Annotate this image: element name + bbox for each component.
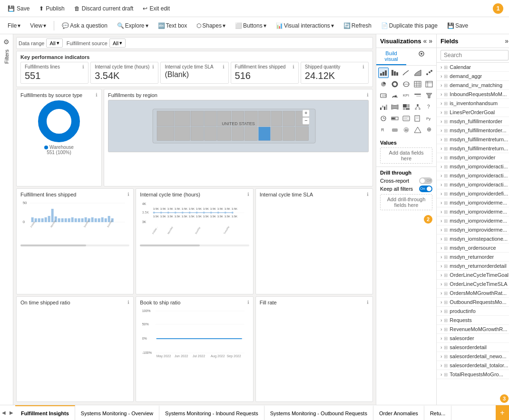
field-item[interactable]: › ⊞ salesorderdetail bbox=[437, 343, 509, 352]
discard-button[interactable]: 🗑 Discard current draft bbox=[70, 3, 137, 14]
field-item[interactable]: › ⊞ salesorder bbox=[437, 334, 509, 343]
viz-icon-custom2[interactable]: AI bbox=[401, 125, 411, 135]
field-item[interactable]: › ⊞ is_inventonhandsum bbox=[437, 99, 509, 108]
publish-button[interactable]: ⬆ Publish bbox=[35, 3, 68, 14]
field-item[interactable]: › ⊞ OrdersMoMGrowthRat... bbox=[437, 289, 509, 298]
info-icon[interactable]: ℹ bbox=[367, 92, 369, 98]
field-item[interactable]: › ⊞ LinesPerOrderGoal bbox=[437, 108, 509, 117]
fields-expand-btn[interactable]: » bbox=[505, 37, 509, 45]
field-item[interactable]: › ⊞ msdyn_iomproviderme... bbox=[437, 216, 509, 225]
viz-icon-map[interactable] bbox=[401, 79, 411, 89]
viz-icon-table[interactable] bbox=[412, 79, 423, 89]
file-menu[interactable]: File ▾ bbox=[4, 20, 24, 31]
viz-icon-paginated[interactable] bbox=[412, 113, 423, 124]
info-icon[interactable]: ℹ bbox=[223, 64, 225, 69]
info-icon[interactable]: ℹ bbox=[152, 64, 154, 69]
info-icon[interactable]: ℹ bbox=[127, 192, 129, 197]
field-item[interactable]: › ⊞ msdyn_iomprovideracti... bbox=[437, 171, 509, 180]
viz-icon-smart-narrative[interactable] bbox=[401, 113, 411, 124]
tab-prev-button[interactable]: ◀ bbox=[0, 405, 8, 420]
field-item[interactable]: › ⊞ OrderLineCycleTimeSLA bbox=[437, 280, 509, 289]
field-item[interactable]: › ⊞ msdyn_returnorder bbox=[437, 253, 509, 262]
info-icon[interactable]: ℹ bbox=[367, 192, 369, 197]
field-item[interactable]: › ⊞ msdyn_iomprovideracti... bbox=[437, 180, 509, 189]
field-item[interactable]: › ⊞ OrderLineCycleTimeGoal bbox=[437, 271, 509, 280]
add-drill-fields-box[interactable]: Add drill-through fields here bbox=[380, 194, 432, 210]
viz-icon-matrix[interactable] bbox=[424, 79, 434, 89]
filters-label[interactable]: Filters bbox=[4, 49, 10, 64]
tab-systems-monitoring-overview[interactable]: Systems Monitoring - Overview bbox=[75, 405, 159, 420]
viz-icon-ribbon[interactable] bbox=[390, 102, 400, 112]
visual-interactions-button[interactable]: 📊 Visual interactions ▾ bbox=[272, 20, 338, 31]
view-menu[interactable]: View ▾ bbox=[26, 20, 50, 31]
viz-expand-left[interactable]: « bbox=[423, 37, 427, 45]
viz-expand-right[interactable]: » bbox=[429, 37, 432, 45]
viz-icon-bar[interactable] bbox=[378, 68, 389, 78]
field-item[interactable]: › ⊞ OutboundRequestsMo... bbox=[437, 298, 509, 307]
add-data-fields-box[interactable]: Add data fields here bbox=[380, 147, 432, 164]
menu-save-button[interactable]: 💾 Save bbox=[443, 20, 472, 31]
tab-format-visual[interactable] bbox=[406, 48, 436, 65]
tab-systems-outbound[interactable]: Systems Monitoring - Outbound Requests bbox=[264, 405, 373, 420]
data-range-select[interactable]: All ▾ bbox=[46, 39, 62, 48]
field-item[interactable]: › ⊞ Calendar bbox=[437, 63, 509, 72]
viz-icon-donut[interactable] bbox=[390, 79, 400, 89]
field-item[interactable]: › ⊞ msdyn_iomprovider bbox=[437, 153, 509, 162]
viz-icon-scatter[interactable] bbox=[424, 68, 434, 78]
field-item[interactable]: › ⊞ msdyn_fulfillmentorder... bbox=[437, 126, 509, 135]
viz-icon-get-more[interactable]: ⊕ bbox=[424, 125, 434, 135]
viz-icon-line[interactable] bbox=[401, 68, 411, 78]
tab-fulfillment-insights[interactable]: Fulfillment Insights bbox=[15, 405, 75, 420]
explore-button[interactable]: 🔍 Explore ▾ bbox=[113, 20, 152, 31]
field-item[interactable]: › ⊞ demand_inv_matching bbox=[437, 81, 509, 90]
field-item[interactable]: › ⊞ RevenueMoMGrowthR... bbox=[437, 325, 509, 334]
map-visual[interactable]: UNITED STATES + − bbox=[108, 100, 369, 152]
info-icon[interactable]: ℹ bbox=[127, 300, 129, 305]
ask-question-button[interactable]: 💬 Ask a question bbox=[58, 20, 111, 31]
fulfillment-source-select[interactable]: All ▾ bbox=[109, 39, 126, 48]
viz-icon-clock[interactable] bbox=[378, 113, 389, 124]
viz-icon-decomposition[interactable] bbox=[412, 102, 423, 112]
info-icon[interactable]: ℹ bbox=[247, 300, 249, 305]
viz-icon-qna[interactable]: ? bbox=[424, 102, 434, 112]
exit-edit-button[interactable]: ↩ Exit edit bbox=[139, 3, 174, 14]
viz-icon-custom3[interactable] bbox=[412, 125, 423, 135]
tab-add-button[interactable]: + bbox=[496, 405, 509, 420]
info-icon[interactable]: ℹ bbox=[362, 64, 364, 69]
info-icon[interactable]: ℹ bbox=[247, 192, 249, 197]
field-item[interactable]: › ⊞ msdyn_iomprovideracti... bbox=[437, 162, 509, 171]
viz-icon-funnel[interactable] bbox=[424, 90, 434, 101]
field-item[interactable]: › ⊞ msdyn_fulfillmentreturn... bbox=[437, 144, 509, 153]
field-item[interactable]: › ⊞ Requests bbox=[437, 316, 509, 325]
cross-report-toggle[interactable]: Off bbox=[419, 177, 432, 184]
buttons-button[interactable]: ⬜ Buttons ▾ bbox=[231, 20, 270, 31]
field-item[interactable]: › ⊞ demand_aggr bbox=[437, 72, 509, 81]
viz-icon-area[interactable] bbox=[412, 68, 423, 78]
viz-icon-waterfall[interactable] bbox=[378, 102, 389, 112]
shapes-button[interactable]: ⬡ Shapes ▾ bbox=[193, 20, 229, 31]
viz-icon-gauge[interactable] bbox=[390, 90, 400, 101]
field-item[interactable]: › ⊞ msdyn_iomstepactione... bbox=[437, 234, 509, 244]
viz-icon-pie[interactable] bbox=[378, 79, 389, 89]
field-item[interactable]: › ⊞ msdyn_fulfillmentreturn... bbox=[437, 135, 509, 144]
textbox-button[interactable]: 🔤 Text box bbox=[154, 20, 191, 31]
info-icon[interactable]: ℹ bbox=[96, 92, 98, 98]
field-item[interactable]: › ⊞ productinfo bbox=[437, 307, 509, 316]
info-icon[interactable]: ℹ bbox=[82, 64, 84, 69]
viz-icon-treemap[interactable] bbox=[401, 102, 411, 112]
tab-systems-inbound[interactable]: Systems Monitoring - Inbound Requests bbox=[159, 405, 264, 420]
field-item[interactable]: › ⊞ TotalRequestsMoGro... bbox=[437, 370, 509, 379]
info-icon[interactable]: ℹ bbox=[293, 64, 294, 69]
tab-order-anomalies[interactable]: Order Anomalies bbox=[373, 405, 424, 420]
field-item[interactable]: › ⊞ salesorderdetail_newo... bbox=[437, 352, 509, 361]
field-item[interactable]: › ⊞ msdyn_returnorderdetail bbox=[437, 262, 509, 271]
field-item[interactable]: › ⊞ msdyn_iomproviderdefi... bbox=[437, 189, 509, 198]
search-input[interactable] bbox=[440, 50, 509, 60]
tab-build-visual[interactable]: Build visual bbox=[376, 48, 406, 65]
tab-retu[interactable]: Retu... bbox=[424, 405, 451, 420]
viz-icon-slicer[interactable] bbox=[412, 90, 423, 101]
refresh-button[interactable]: 🔄 Refresh bbox=[340, 20, 375, 31]
field-item[interactable]: › ⊞ msdyn_iomproviderme... bbox=[437, 225, 509, 234]
field-item[interactable]: › ⊞ msdyn_fulfillmentorder bbox=[437, 117, 509, 126]
keep-filters-toggle[interactable]: On bbox=[419, 186, 432, 192]
